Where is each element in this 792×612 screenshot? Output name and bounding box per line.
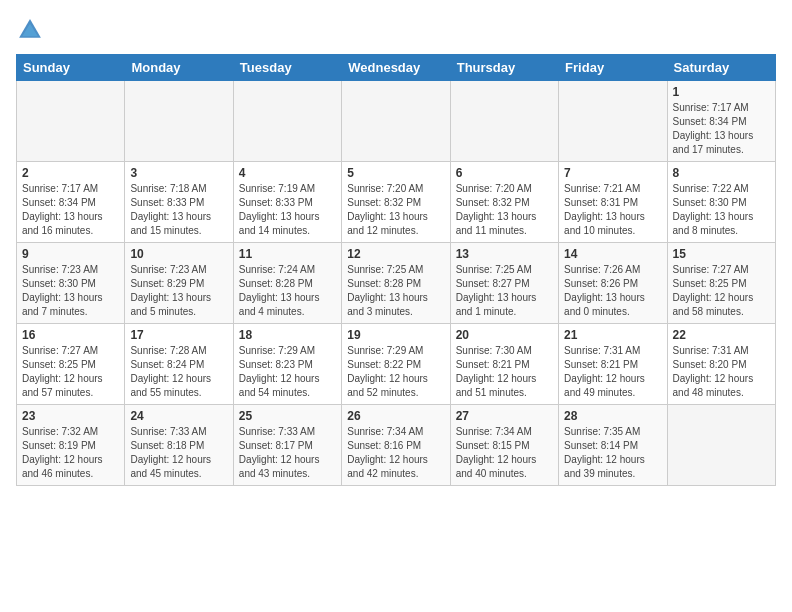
- day-info: Sunrise: 7:35 AM Sunset: 8:14 PM Dayligh…: [564, 425, 661, 481]
- calendar-cell: 16Sunrise: 7:27 AM Sunset: 8:25 PM Dayli…: [17, 324, 125, 405]
- calendar-cell: [559, 81, 667, 162]
- calendar-cell: 18Sunrise: 7:29 AM Sunset: 8:23 PM Dayli…: [233, 324, 341, 405]
- day-info: Sunrise: 7:27 AM Sunset: 8:25 PM Dayligh…: [22, 344, 119, 400]
- day-info: Sunrise: 7:20 AM Sunset: 8:32 PM Dayligh…: [456, 182, 553, 238]
- day-info: Sunrise: 7:29 AM Sunset: 8:23 PM Dayligh…: [239, 344, 336, 400]
- calendar-cell: [17, 81, 125, 162]
- day-number: 2: [22, 166, 119, 180]
- calendar-cell: 25Sunrise: 7:33 AM Sunset: 8:17 PM Dayli…: [233, 405, 341, 486]
- calendar-cell: 8Sunrise: 7:22 AM Sunset: 8:30 PM Daylig…: [667, 162, 775, 243]
- calendar-cell: 27Sunrise: 7:34 AM Sunset: 8:15 PM Dayli…: [450, 405, 558, 486]
- calendar-cell: [667, 405, 775, 486]
- calendar-cell: 9Sunrise: 7:23 AM Sunset: 8:30 PM Daylig…: [17, 243, 125, 324]
- day-info: Sunrise: 7:29 AM Sunset: 8:22 PM Dayligh…: [347, 344, 444, 400]
- day-info: Sunrise: 7:20 AM Sunset: 8:32 PM Dayligh…: [347, 182, 444, 238]
- day-number: 25: [239, 409, 336, 423]
- calendar-cell: 13Sunrise: 7:25 AM Sunset: 8:27 PM Dayli…: [450, 243, 558, 324]
- day-info: Sunrise: 7:33 AM Sunset: 8:18 PM Dayligh…: [130, 425, 227, 481]
- day-number: 7: [564, 166, 661, 180]
- calendar-cell: 20Sunrise: 7:30 AM Sunset: 8:21 PM Dayli…: [450, 324, 558, 405]
- day-number: 16: [22, 328, 119, 342]
- calendar-cell: 5Sunrise: 7:20 AM Sunset: 8:32 PM Daylig…: [342, 162, 450, 243]
- generalblue-icon: [16, 16, 44, 44]
- day-number: 14: [564, 247, 661, 261]
- calendar-cell: 19Sunrise: 7:29 AM Sunset: 8:22 PM Dayli…: [342, 324, 450, 405]
- day-number: 9: [22, 247, 119, 261]
- day-info: Sunrise: 7:24 AM Sunset: 8:28 PM Dayligh…: [239, 263, 336, 319]
- day-info: Sunrise: 7:18 AM Sunset: 8:33 PM Dayligh…: [130, 182, 227, 238]
- day-number: 4: [239, 166, 336, 180]
- day-number: 11: [239, 247, 336, 261]
- day-info: Sunrise: 7:31 AM Sunset: 8:21 PM Dayligh…: [564, 344, 661, 400]
- calendar-cell: 22Sunrise: 7:31 AM Sunset: 8:20 PM Dayli…: [667, 324, 775, 405]
- day-header-thursday: Thursday: [450, 55, 558, 81]
- day-number: 6: [456, 166, 553, 180]
- day-number: 27: [456, 409, 553, 423]
- calendar-cell: 14Sunrise: 7:26 AM Sunset: 8:26 PM Dayli…: [559, 243, 667, 324]
- calendar-cell: 7Sunrise: 7:21 AM Sunset: 8:31 PM Daylig…: [559, 162, 667, 243]
- day-number: 21: [564, 328, 661, 342]
- day-number: 23: [22, 409, 119, 423]
- day-number: 24: [130, 409, 227, 423]
- day-number: 28: [564, 409, 661, 423]
- day-info: Sunrise: 7:27 AM Sunset: 8:25 PM Dayligh…: [673, 263, 770, 319]
- day-header-friday: Friday: [559, 55, 667, 81]
- day-info: Sunrise: 7:31 AM Sunset: 8:20 PM Dayligh…: [673, 344, 770, 400]
- day-number: 12: [347, 247, 444, 261]
- day-info: Sunrise: 7:34 AM Sunset: 8:15 PM Dayligh…: [456, 425, 553, 481]
- day-info: Sunrise: 7:19 AM Sunset: 8:33 PM Dayligh…: [239, 182, 336, 238]
- day-header-saturday: Saturday: [667, 55, 775, 81]
- calendar-cell: 17Sunrise: 7:28 AM Sunset: 8:24 PM Dayli…: [125, 324, 233, 405]
- day-header-sunday: Sunday: [17, 55, 125, 81]
- day-number: 22: [673, 328, 770, 342]
- calendar-cell: 2Sunrise: 7:17 AM Sunset: 8:34 PM Daylig…: [17, 162, 125, 243]
- calendar-cell: [342, 81, 450, 162]
- calendar-cell: 11Sunrise: 7:24 AM Sunset: 8:28 PM Dayli…: [233, 243, 341, 324]
- day-number: 15: [673, 247, 770, 261]
- calendar-cell: 15Sunrise: 7:27 AM Sunset: 8:25 PM Dayli…: [667, 243, 775, 324]
- calendar-cell: 28Sunrise: 7:35 AM Sunset: 8:14 PM Dayli…: [559, 405, 667, 486]
- day-number: 18: [239, 328, 336, 342]
- calendar-week-row: 2Sunrise: 7:17 AM Sunset: 8:34 PM Daylig…: [17, 162, 776, 243]
- day-number: 5: [347, 166, 444, 180]
- day-info: Sunrise: 7:21 AM Sunset: 8:31 PM Dayligh…: [564, 182, 661, 238]
- calendar-cell: [450, 81, 558, 162]
- day-info: Sunrise: 7:23 AM Sunset: 8:29 PM Dayligh…: [130, 263, 227, 319]
- day-info: Sunrise: 7:17 AM Sunset: 8:34 PM Dayligh…: [673, 101, 770, 157]
- calendar-cell: 21Sunrise: 7:31 AM Sunset: 8:21 PM Dayli…: [559, 324, 667, 405]
- calendar-cell: 1Sunrise: 7:17 AM Sunset: 8:34 PM Daylig…: [667, 81, 775, 162]
- day-header-tuesday: Tuesday: [233, 55, 341, 81]
- day-number: 26: [347, 409, 444, 423]
- day-number: 3: [130, 166, 227, 180]
- calendar-week-row: 16Sunrise: 7:27 AM Sunset: 8:25 PM Dayli…: [17, 324, 776, 405]
- calendar-table: SundayMondayTuesdayWednesdayThursdayFrid…: [16, 54, 776, 486]
- day-info: Sunrise: 7:32 AM Sunset: 8:19 PM Dayligh…: [22, 425, 119, 481]
- logo: [16, 16, 48, 44]
- day-number: 20: [456, 328, 553, 342]
- calendar-cell: 24Sunrise: 7:33 AM Sunset: 8:18 PM Dayli…: [125, 405, 233, 486]
- day-info: Sunrise: 7:33 AM Sunset: 8:17 PM Dayligh…: [239, 425, 336, 481]
- day-number: 17: [130, 328, 227, 342]
- day-number: 8: [673, 166, 770, 180]
- calendar-week-row: 23Sunrise: 7:32 AM Sunset: 8:19 PM Dayli…: [17, 405, 776, 486]
- calendar-cell: 26Sunrise: 7:34 AM Sunset: 8:16 PM Dayli…: [342, 405, 450, 486]
- day-info: Sunrise: 7:28 AM Sunset: 8:24 PM Dayligh…: [130, 344, 227, 400]
- calendar-cell: [233, 81, 341, 162]
- calendar-cell: 6Sunrise: 7:20 AM Sunset: 8:32 PM Daylig…: [450, 162, 558, 243]
- day-info: Sunrise: 7:25 AM Sunset: 8:27 PM Dayligh…: [456, 263, 553, 319]
- day-number: 1: [673, 85, 770, 99]
- day-info: Sunrise: 7:22 AM Sunset: 8:30 PM Dayligh…: [673, 182, 770, 238]
- day-header-wednesday: Wednesday: [342, 55, 450, 81]
- day-info: Sunrise: 7:26 AM Sunset: 8:26 PM Dayligh…: [564, 263, 661, 319]
- day-header-monday: Monday: [125, 55, 233, 81]
- calendar-week-row: 1Sunrise: 7:17 AM Sunset: 8:34 PM Daylig…: [17, 81, 776, 162]
- calendar-cell: 23Sunrise: 7:32 AM Sunset: 8:19 PM Dayli…: [17, 405, 125, 486]
- day-info: Sunrise: 7:17 AM Sunset: 8:34 PM Dayligh…: [22, 182, 119, 238]
- day-number: 19: [347, 328, 444, 342]
- calendar-cell: 4Sunrise: 7:19 AM Sunset: 8:33 PM Daylig…: [233, 162, 341, 243]
- calendar-week-row: 9Sunrise: 7:23 AM Sunset: 8:30 PM Daylig…: [17, 243, 776, 324]
- day-info: Sunrise: 7:23 AM Sunset: 8:30 PM Dayligh…: [22, 263, 119, 319]
- calendar-cell: 12Sunrise: 7:25 AM Sunset: 8:28 PM Dayli…: [342, 243, 450, 324]
- calendar-cell: 10Sunrise: 7:23 AM Sunset: 8:29 PM Dayli…: [125, 243, 233, 324]
- day-number: 10: [130, 247, 227, 261]
